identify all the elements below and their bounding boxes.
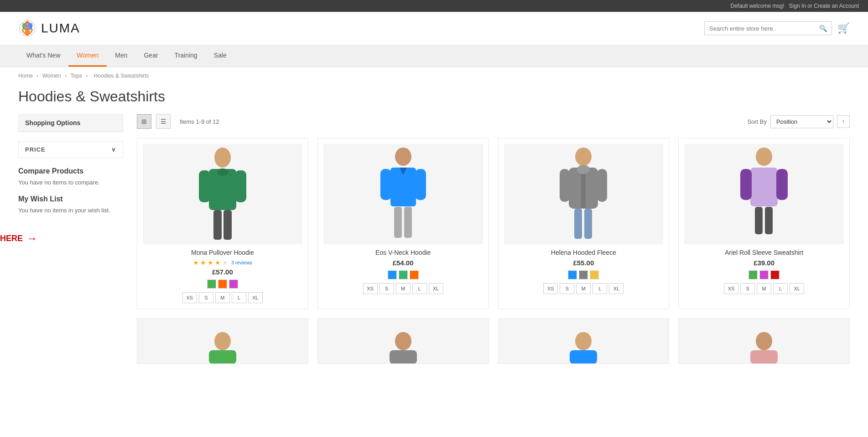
- swatch-blue[interactable]: [388, 270, 397, 279]
- swatch-purple[interactable]: [229, 279, 238, 289]
- swatch-red[interactable]: [770, 270, 780, 279]
- size-xs[interactable]: XS: [182, 292, 197, 303]
- size-xl[interactable]: XL: [248, 292, 263, 303]
- nav-link-sale[interactable]: Sale: [206, 45, 235, 65]
- swatch-blue3[interactable]: [568, 270, 577, 279]
- breadcrumb-home[interactable]: Home: [18, 73, 33, 79]
- size-xs[interactable]: XS: [363, 283, 378, 294]
- nav-item-men[interactable]: Men: [107, 45, 135, 67]
- svg-rect-25: [584, 209, 592, 239]
- size-s[interactable]: S: [740, 283, 755, 294]
- reviews-link-mona[interactable]: 3 reviews: [231, 260, 252, 265]
- swatch-green2[interactable]: [399, 270, 408, 279]
- nav-item-gear[interactable]: Gear: [135, 45, 166, 67]
- svg-point-38: [575, 332, 592, 350]
- product-silhouette-ariel: [737, 144, 791, 244]
- nav-link-women[interactable]: Women: [68, 45, 107, 67]
- size-xl[interactable]: XL: [429, 283, 443, 294]
- product-link-ariel[interactable]: Ariel Roll Sleeve Sweatshirt: [725, 249, 803, 256]
- size-s[interactable]: S: [379, 283, 394, 294]
- product-partial-1: [137, 318, 308, 364]
- size-m[interactable]: M: [396, 283, 411, 294]
- search-input[interactable]: [709, 25, 819, 32]
- sign-in-link[interactable]: Sign In: [789, 3, 806, 9]
- size-l[interactable]: L: [773, 283, 788, 294]
- nav-link-men[interactable]: Men: [107, 45, 135, 65]
- swatch-gray[interactable]: [579, 270, 588, 279]
- swatch-yellow[interactable]: [590, 270, 599, 279]
- sort-direction-button[interactable]: ↑: [837, 115, 850, 128]
- size-l[interactable]: L: [593, 283, 607, 294]
- size-l[interactable]: L: [232, 292, 246, 303]
- swatch-pink[interactable]: [759, 270, 769, 279]
- svg-rect-30: [740, 169, 752, 200]
- product-card-mona[interactable]: Mona Pullover Hoodie ★ ★ ★ ★ ★ 3 reviews…: [137, 138, 308, 309]
- color-swatches-mona: [143, 279, 302, 289]
- size-xl[interactable]: XL: [790, 283, 804, 294]
- nav-item-sale[interactable]: Sale: [206, 45, 235, 67]
- swatch-green4[interactable]: [748, 270, 758, 279]
- products-grid: Mona Pullover Hoodie ★ ★ ★ ★ ★ 3 reviews…: [137, 138, 850, 309]
- svg-rect-35: [209, 350, 236, 364]
- welcome-message: Default welcome msg!: [730, 3, 784, 9]
- breadcrumb-sep-2: ›: [65, 73, 68, 79]
- size-l[interactable]: L: [412, 283, 427, 294]
- swatch-orange[interactable]: [218, 279, 227, 289]
- list-view-button[interactable]: ☰: [156, 114, 171, 129]
- swatch-orange2[interactable]: [410, 270, 419, 279]
- svg-rect-16: [415, 169, 426, 200]
- svg-rect-37: [390, 350, 417, 364]
- size-m[interactable]: M: [576, 283, 591, 294]
- product-name-ariel[interactable]: Ariel Roll Sleeve Sweatshirt: [684, 249, 844, 256]
- product-link-helena[interactable]: Helena Hooded Fleece: [551, 249, 616, 256]
- product-image-mona: [143, 144, 302, 244]
- search-icon[interactable]: 🔍: [819, 25, 827, 32]
- product-card-eos[interactable]: Eos V-Neck Hoodie £54.00 XS S M L XL: [317, 138, 489, 309]
- logo[interactable]: LUMA: [18, 19, 80, 37]
- size-m[interactable]: M: [757, 283, 771, 294]
- product-image-helena: [504, 144, 664, 244]
- svg-rect-22: [560, 169, 570, 202]
- size-m[interactable]: M: [215, 292, 230, 303]
- svg-point-40: [756, 332, 772, 350]
- product-name-eos[interactable]: Eos V-Neck Hoodie: [323, 249, 483, 256]
- sort-select[interactable]: Position Product Name Price: [770, 115, 833, 128]
- product-partial-2: [317, 318, 489, 364]
- star-rating-mona: ★ ★ ★ ★ ★ 3 reviews: [143, 259, 302, 266]
- color-swatches-eos: [323, 270, 483, 279]
- product-link-mona[interactable]: Mona Pullover Hoodie: [191, 249, 254, 256]
- create-account-link[interactable]: Create an Account: [814, 3, 859, 9]
- svg-rect-8: [235, 170, 246, 202]
- product-price-mona: £57.00: [143, 268, 302, 276]
- here-annotation: HERE →: [0, 232, 123, 245]
- product-card-helena[interactable]: Helena Hooded Fleece £55.00 XS S M L XL: [498, 138, 670, 309]
- swatch-green[interactable]: [207, 279, 216, 289]
- svg-rect-18: [404, 207, 412, 238]
- product-card-ariel[interactable]: Ariel Roll Sleeve Sweatshirt £39.00 XS S…: [678, 138, 850, 309]
- size-xs[interactable]: XS: [724, 283, 738, 294]
- breadcrumb-tops[interactable]: Tops: [71, 73, 82, 79]
- product-silhouette-mona: [195, 144, 250, 244]
- nav-item-women[interactable]: Women: [68, 45, 107, 67]
- product-name-mona[interactable]: Mona Pullover Hoodie: [143, 249, 302, 256]
- here-label: HERE: [0, 234, 23, 243]
- size-xl[interactable]: XL: [609, 283, 624, 294]
- size-xs[interactable]: XS: [543, 283, 558, 294]
- search-box[interactable]: 🔍: [704, 21, 832, 35]
- size-s[interactable]: S: [560, 283, 574, 294]
- nav-item-training[interactable]: Training: [166, 45, 206, 67]
- product-link-eos[interactable]: Eos V-Neck Hoodie: [375, 249, 431, 256]
- svg-rect-24: [574, 209, 582, 239]
- nav-link-whats-new[interactable]: What's New: [18, 45, 68, 65]
- grid-view-button[interactable]: ⊞: [137, 114, 151, 129]
- size-s[interactable]: S: [199, 292, 213, 303]
- size-swatches-ariel: XS S M L XL: [684, 283, 844, 294]
- svg-point-5: [214, 147, 231, 168]
- price-filter[interactable]: PRICE ∨: [18, 141, 123, 158]
- nav-item-whats-new[interactable]: What's New: [18, 45, 68, 67]
- cart-button[interactable]: 🛒: [837, 22, 850, 34]
- product-name-helena[interactable]: Helena Hooded Fleece: [504, 249, 664, 256]
- nav-link-training[interactable]: Training: [166, 45, 206, 65]
- breadcrumb-women[interactable]: Women: [42, 73, 61, 79]
- nav-link-gear[interactable]: Gear: [135, 45, 166, 65]
